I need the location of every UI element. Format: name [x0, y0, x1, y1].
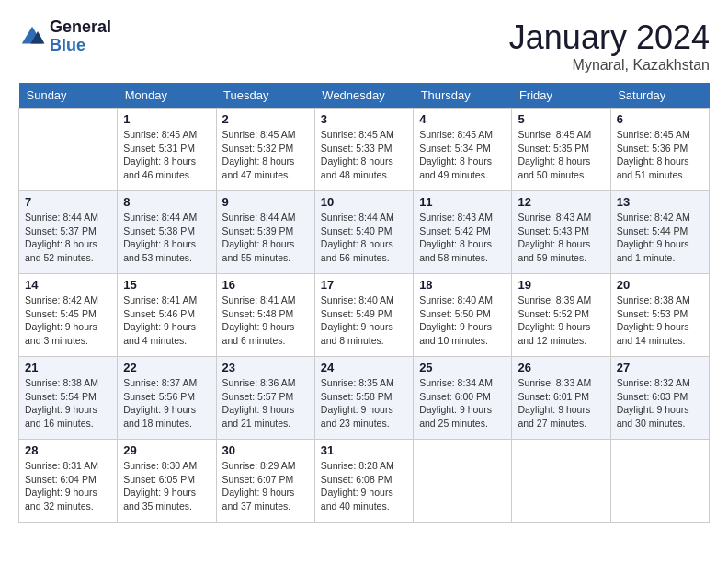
- day-number: 28: [25, 443, 111, 457]
- sunset-text: Sunset: 5:31 PM: [123, 142, 210, 155]
- calendar-cell: 18Sunrise: 8:40 AMSunset: 5:50 PMDayligh…: [414, 274, 512, 357]
- day-info: Sunrise: 8:38 AMSunset: 5:54 PMDaylight:…: [25, 376, 111, 431]
- sunrise-text: Sunrise: 8:45 AM: [321, 128, 407, 142]
- weekday-header-wednesday: Wednesday: [314, 83, 413, 109]
- sunset-text: Sunset: 5:46 PM: [123, 307, 210, 321]
- calendar-cell: 31Sunrise: 8:28 AMSunset: 6:08 PMDayligh…: [314, 440, 413, 523]
- daylight-text: Daylight: 9 hours and 12 minutes.: [518, 320, 604, 347]
- daylight-text: Daylight: 9 hours and 6 minutes.: [222, 320, 309, 347]
- daylight-text: Daylight: 8 hours and 55 minutes.: [222, 237, 309, 264]
- sunset-text: Sunset: 5:37 PM: [25, 224, 111, 238]
- calendar-cell: 14Sunrise: 8:42 AMSunset: 5:45 PMDayligh…: [19, 274, 118, 357]
- day-info: Sunrise: 8:45 AMSunset: 5:35 PMDaylight:…: [518, 128, 604, 182]
- day-number: 7: [25, 195, 111, 209]
- calendar-cell: 15Sunrise: 8:41 AMSunset: 5:46 PMDayligh…: [118, 274, 216, 357]
- week-row-2: 7Sunrise: 8:44 AMSunset: 5:37 PMDaylight…: [19, 191, 710, 274]
- sunset-text: Sunset: 6:08 PM: [321, 473, 407, 487]
- sunrise-text: Sunrise: 8:40 AM: [321, 293, 407, 307]
- sunset-text: Sunset: 6:04 PM: [25, 473, 111, 487]
- sunrise-text: Sunrise: 8:44 AM: [321, 211, 407, 224]
- day-number: 25: [419, 361, 506, 374]
- day-number: 23: [222, 361, 309, 374]
- day-info: Sunrise: 8:43 AMSunset: 5:43 PMDaylight:…: [518, 211, 604, 265]
- sunrise-text: Sunrise: 8:43 AM: [419, 211, 506, 224]
- calendar-cell: 7Sunrise: 8:44 AMSunset: 5:37 PMDaylight…: [19, 191, 118, 274]
- sunrise-text: Sunrise: 8:35 AM: [321, 376, 407, 390]
- day-number: 16: [222, 278, 309, 292]
- sunset-text: Sunset: 5:36 PM: [617, 142, 703, 155]
- calendar-cell: 1Sunrise: 8:45 AMSunset: 5:31 PMDaylight…: [118, 109, 216, 191]
- calendar-cell: 30Sunrise: 8:29 AMSunset: 6:07 PMDayligh…: [216, 440, 314, 523]
- calendar-cell: 6Sunrise: 8:45 AMSunset: 5:36 PMDaylight…: [610, 109, 709, 191]
- calendar-cell: 10Sunrise: 8:44 AMSunset: 5:40 PMDayligh…: [314, 191, 413, 274]
- day-number: 10: [321, 195, 407, 209]
- sunset-text: Sunset: 5:43 PM: [518, 224, 604, 238]
- calendar-cell: 3Sunrise: 8:45 AMSunset: 5:33 PMDaylight…: [314, 109, 413, 191]
- day-number: 11: [419, 195, 506, 209]
- daylight-text: Daylight: 8 hours and 46 minutes.: [123, 155, 210, 181]
- sunset-text: Sunset: 5:58 PM: [321, 390, 407, 404]
- sunrise-text: Sunrise: 8:45 AM: [123, 128, 210, 142]
- day-info: Sunrise: 8:45 AMSunset: 5:36 PMDaylight:…: [617, 128, 703, 182]
- day-number: 26: [518, 361, 604, 374]
- daylight-text: Daylight: 9 hours and 30 minutes.: [617, 403, 703, 430]
- calendar-table: SundayMondayTuesdayWednesdayThursdayFrid…: [18, 83, 710, 523]
- sunset-text: Sunset: 5:32 PM: [222, 142, 309, 155]
- weekday-header-saturday: Saturday: [610, 83, 709, 109]
- daylight-text: Daylight: 8 hours and 56 minutes.: [321, 237, 407, 264]
- sunrise-text: Sunrise: 8:42 AM: [617, 211, 703, 224]
- sunrise-text: Sunrise: 8:45 AM: [419, 128, 506, 142]
- daylight-text: Daylight: 9 hours and 16 minutes.: [25, 403, 111, 430]
- week-row-4: 21Sunrise: 8:38 AMSunset: 5:54 PMDayligh…: [19, 357, 710, 440]
- day-info: Sunrise: 8:30 AMSunset: 6:05 PMDaylight:…: [123, 459, 210, 513]
- weekday-header-thursday: Thursday: [414, 83, 512, 109]
- day-info: Sunrise: 8:28 AMSunset: 6:08 PMDaylight:…: [321, 459, 407, 513]
- page-header: General Blue January 2024 Mynaral, Kazak…: [18, 18, 710, 74]
- day-number: 9: [222, 195, 309, 209]
- day-number: 8: [123, 195, 210, 209]
- daylight-text: Daylight: 8 hours and 59 minutes.: [518, 237, 604, 264]
- weekday-header-monday: Monday: [118, 83, 216, 109]
- sunrise-text: Sunrise: 8:38 AM: [617, 293, 703, 307]
- daylight-text: Daylight: 9 hours and 21 minutes.: [222, 403, 309, 430]
- sunrise-text: Sunrise: 8:42 AM: [25, 293, 111, 307]
- logo-blue: Blue: [50, 37, 111, 55]
- daylight-text: Daylight: 8 hours and 47 minutes.: [222, 155, 309, 181]
- calendar-cell: 12Sunrise: 8:43 AMSunset: 5:43 PMDayligh…: [512, 191, 610, 274]
- calendar-cell: 4Sunrise: 8:45 AMSunset: 5:34 PMDaylight…: [414, 109, 512, 191]
- day-number: 2: [222, 112, 309, 126]
- sunset-text: Sunset: 5:48 PM: [222, 307, 309, 321]
- day-number: 4: [419, 112, 506, 126]
- sunset-text: Sunset: 5:40 PM: [321, 224, 407, 238]
- sunrise-text: Sunrise: 8:33 AM: [518, 376, 604, 390]
- calendar-cell: [19, 109, 118, 191]
- sunset-text: Sunset: 5:42 PM: [419, 224, 506, 238]
- sunrise-text: Sunrise: 8:28 AM: [321, 459, 407, 473]
- day-number: 1: [123, 112, 210, 126]
- daylight-text: Daylight: 9 hours and 3 minutes.: [25, 320, 111, 347]
- day-number: 3: [321, 112, 407, 126]
- day-number: 29: [123, 443, 210, 457]
- day-number: 21: [25, 361, 111, 374]
- logo-general: General: [50, 18, 111, 37]
- sunrise-text: Sunrise: 8:39 AM: [518, 293, 604, 307]
- day-info: Sunrise: 8:39 AMSunset: 5:52 PMDaylight:…: [518, 293, 604, 348]
- daylight-text: Daylight: 8 hours and 50 minutes.: [518, 155, 604, 181]
- sunset-text: Sunset: 5:38 PM: [123, 224, 210, 238]
- day-number: 31: [321, 443, 407, 457]
- sunrise-text: Sunrise: 8:34 AM: [419, 376, 506, 390]
- calendar-cell: 22Sunrise: 8:37 AMSunset: 5:56 PMDayligh…: [118, 357, 216, 440]
- sunset-text: Sunset: 6:01 PM: [518, 390, 604, 404]
- weekday-header-friday: Friday: [512, 83, 610, 109]
- title-block: January 2024 Mynaral, Kazakhstan: [509, 18, 710, 74]
- calendar-cell: [414, 440, 512, 523]
- calendar-cell: 26Sunrise: 8:33 AMSunset: 6:01 PMDayligh…: [512, 357, 610, 440]
- calendar-cell: 16Sunrise: 8:41 AMSunset: 5:48 PMDayligh…: [216, 274, 314, 357]
- daylight-text: Daylight: 9 hours and 32 minutes.: [25, 486, 111, 512]
- day-number: 22: [123, 361, 210, 374]
- sunset-text: Sunset: 5:39 PM: [222, 224, 309, 238]
- sunset-text: Sunset: 6:05 PM: [123, 473, 210, 487]
- sunrise-text: Sunrise: 8:45 AM: [617, 128, 703, 142]
- location: Mynaral, Kazakhstan: [509, 57, 710, 74]
- day-info: Sunrise: 8:43 AMSunset: 5:42 PMDaylight:…: [419, 211, 506, 265]
